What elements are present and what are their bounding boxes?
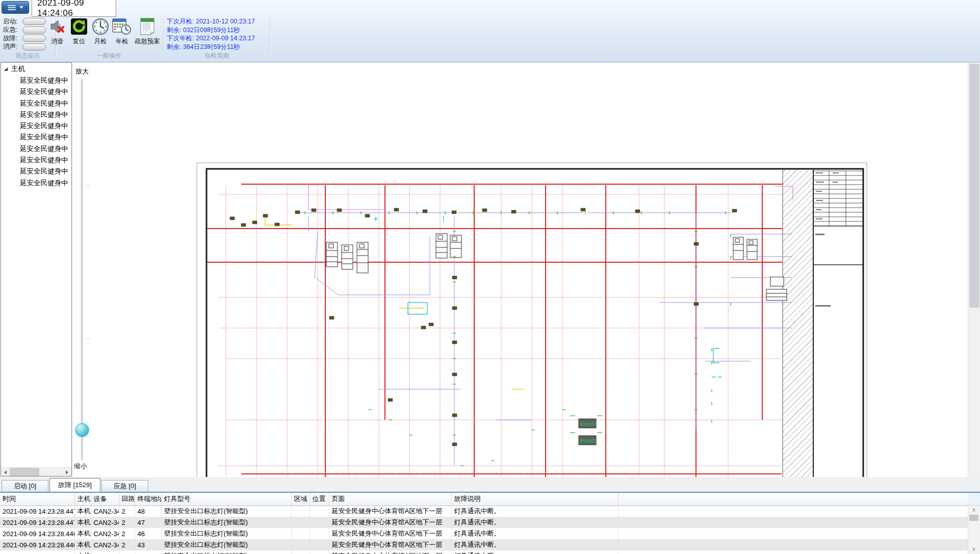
fault-cell: 2 <box>119 550 135 554</box>
fault-cell: 壁挂安全出口标志灯(智能型) <box>161 506 291 517</box>
fault-cell-filler <box>618 517 980 528</box>
cad-floor-plan-drawing[interactable]: 安全出口 安全出口 <box>73 63 980 477</box>
fault-cell <box>291 550 310 554</box>
annual-check-button[interactable]: 年检 <box>112 17 133 46</box>
column-header[interactable]: 灯具型号 <box>161 493 291 506</box>
fault-cell <box>291 539 310 550</box>
mute-indicator-lamp <box>22 43 46 51</box>
zoom-in-label[interactable]: 放大 <box>75 67 89 76</box>
column-header[interactable]: 主机 <box>74 493 91 506</box>
column-header[interactable]: 设备 <box>91 493 119 506</box>
map-vertical-scrollbar[interactable] <box>968 63 980 477</box>
zoom-out-label[interactable]: 缩小 <box>74 462 87 471</box>
fault-cell: 2 <box>119 539 135 550</box>
fault-row[interactable]: 2021-09-09 14:23:28.447本机CAN2-34248壁挂安全出… <box>0 506 980 517</box>
column-header[interactable]: 终端地址 <box>135 493 161 506</box>
fault-cell: 延安全民健身中心体育馆A区地下一层 <box>329 550 451 554</box>
fault-cell: 灯具通讯中断。 <box>451 539 618 550</box>
reset-button-label: 复位 <box>68 37 89 46</box>
fault-cell <box>291 517 310 528</box>
monthly-remaining: 剩余: 032日09时59分11秒 <box>167 26 267 35</box>
status-row-emergency: 应急: <box>3 26 54 35</box>
status-label: 消声: <box>3 42 22 51</box>
annual-check-calendar-icon <box>112 17 133 36</box>
fault-cell-filler <box>618 528 980 539</box>
slider-tick <box>87 185 89 186</box>
tree-item-host-child[interactable]: 延安全民健身中 <box>1 143 71 155</box>
scrollbar-thumb[interactable] <box>969 515 978 521</box>
fault-row[interactable]: 2021-09-09 14:23:28.446本机CAN2-34246壁挂安全出… <box>0 528 980 539</box>
tree-item-host-child[interactable]: 延安全民健身中 <box>1 120 71 132</box>
chevron-down-icon <box>19 6 23 9</box>
fault-row[interactable]: 2021-09-09 14:23:28.446本机CAN2-34243壁挂安全出… <box>0 539 980 550</box>
column-header[interactable]: 页面 <box>329 493 451 506</box>
tree-root-host[interactable]: 主机 <box>1 63 71 75</box>
table-vertical-scrollbar[interactable]: ∧ ∨ <box>968 493 980 554</box>
column-header[interactable]: 时间 <box>0 493 74 506</box>
tree-item-host-child[interactable]: 延安全民健身中 <box>1 86 71 97</box>
scrollbar-thumb[interactable] <box>969 64 979 308</box>
fault-cell <box>310 517 329 528</box>
fault-table: 时间主机设备回路终端地址灯具型号区域位置页面故障说明 2021-09-09 14… <box>0 493 980 554</box>
tree-item-host-child[interactable]: 延安全民健身中 <box>1 98 71 109</box>
next-monthly-check: 下次月检: 2021-10-12 00:23:17 <box>167 17 267 26</box>
fault-cell: CAN2-34 <box>91 550 119 554</box>
monthly-check-clock-icon <box>90 17 111 36</box>
column-header[interactable]: 区域 <box>291 493 310 506</box>
tab-fault-events[interactable]: 故障 [1529] <box>49 478 100 492</box>
main-menu-button[interactable] <box>2 1 29 14</box>
tree-item-host-child[interactable]: 延安全民健身中 <box>1 75 71 86</box>
fault-cell: 本机 <box>74 539 91 550</box>
zoom-slider-track[interactable] <box>81 79 83 460</box>
tab-start-events[interactable]: 启动 [0] <box>2 480 48 492</box>
evacuation-plan-button[interactable]: 疏散预案 <box>133 17 162 46</box>
tree-item-host-child[interactable]: 延安全民健身中 <box>1 109 71 120</box>
tree-item-list: 延安全民健身中延安全民健身中延安全民健身中延安全民健身中延安全民健身中延安全民健… <box>1 75 71 189</box>
fault-table-wrap: 时间主机设备回路终端地址灯具型号区域位置页面故障说明 2021-09-09 14… <box>0 493 980 554</box>
tree-expanded-icon <box>4 67 8 71</box>
emergency-lighting-monitor-window: { "colors": { "selfcheck_blue_text": "#1… <box>0 0 980 554</box>
fault-cell <box>310 506 329 517</box>
column-header[interactable]: 故障说明 <box>451 493 618 506</box>
slider-tick <box>87 338 89 339</box>
fault-cell <box>291 506 310 517</box>
column-header[interactable]: 回路 <box>119 493 135 506</box>
status-group-caption: 状态提示 <box>0 52 55 60</box>
tree-item-host-child[interactable]: 延安全民健身中 <box>1 178 71 189</box>
sidebar-horizontal-scrollbar[interactable] <box>1 467 71 476</box>
scroll-down-arrow-icon[interactable]: ∨ <box>968 545 980 553</box>
mute-button[interactable]: 消音 <box>47 17 68 46</box>
column-header[interactable]: 位置 <box>310 493 329 506</box>
fault-cell: 灯具通讯中断。 <box>451 517 618 528</box>
tab-emergency-events[interactable]: 应急 [0] <box>101 480 148 492</box>
fault-cell: 壁挂安全出口标志灯(智能型) <box>161 517 291 528</box>
status-label: 启动: <box>3 17 22 26</box>
scroll-right-arrow-icon[interactable] <box>63 468 71 476</box>
fault-cell: CAN2-34 <box>91 517 119 528</box>
fault-cell: 43 <box>135 539 161 550</box>
fault-cell: 47 <box>135 517 161 528</box>
fault-cell: 2021-09-09 14:23:28.447 <box>0 517 74 528</box>
fault-row[interactable]: 2021-09-09 14:23:28.445本机CAN2-34242壁挂安全出… <box>0 550 980 554</box>
fault-row[interactable]: 2021-09-09 14:23:28.447本机CAN2-34247壁挂安全出… <box>0 517 980 528</box>
floor-plan-panel: 放大 缩小 <box>73 62 980 477</box>
scroll-left-arrow-icon[interactable] <box>1 468 10 476</box>
tree-root-label: 主机 <box>11 64 25 73</box>
tree-item-host-child[interactable]: 延安全民健身中 <box>1 132 71 143</box>
annual-check-button-label: 年检 <box>112 37 133 46</box>
scrollbar-thumb[interactable] <box>10 468 39 476</box>
event-tabbar: 启动 [0] 故障 [1529] 应急 [0] <box>2 478 149 492</box>
status-row-start: 启动: <box>3 17 54 26</box>
fault-cell: CAN2-34 <box>91 539 119 550</box>
scrollbar-corner <box>968 493 980 506</box>
tree-item-host-child[interactable]: 延安全民健身中 <box>1 166 71 177</box>
mute-button-label: 消音 <box>47 37 68 46</box>
monthly-check-button[interactable]: 月检 <box>90 17 111 46</box>
reset-button[interactable]: 复位 <box>68 17 89 46</box>
fault-indicator-lamp <box>22 35 46 42</box>
fault-cell <box>310 528 329 539</box>
tree-item-host-child[interactable]: 延安全民健身中 <box>1 155 71 166</box>
fault-cell: 本机 <box>74 506 91 517</box>
zoom-slider-thumb[interactable] <box>75 423 89 437</box>
scroll-up-arrow-icon[interactable]: ∧ <box>968 506 980 514</box>
